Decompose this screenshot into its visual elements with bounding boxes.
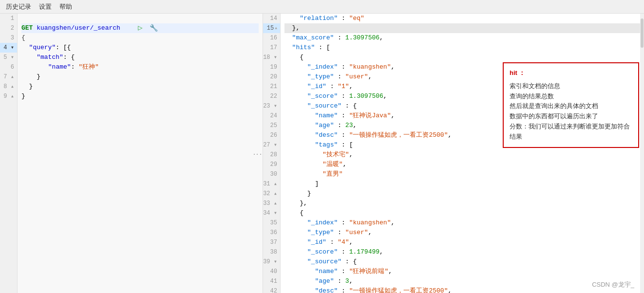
- rln-27: 27 ▾: [263, 140, 280, 150]
- rln-33: 33 ▴: [263, 199, 280, 208]
- menu-help[interactable]: 帮助: [59, 2, 72, 11]
- rln-22: 22: [263, 92, 280, 101]
- rln-35: 35: [263, 218, 280, 228]
- brace-open-3: {: [21, 33, 25, 43]
- right-scrollbar[interactable]: [640, 14, 644, 293]
- line-num-4: 4 ▾: [0, 43, 17, 53]
- code-line-2: GET kuangshen/user/_search ▷ 🔧: [21, 23, 259, 33]
- rln-36: 36: [263, 228, 280, 238]
- rcode-34: {: [284, 208, 640, 218]
- rcode-29: "温暖",: [284, 160, 640, 169]
- rcode-36: "_type" : "user",: [284, 228, 640, 238]
- rcode-33: },: [284, 199, 640, 208]
- menu-history[interactable]: 历史记录: [6, 2, 31, 11]
- query-key: "query": [29, 43, 56, 53]
- rln-25: 25: [263, 121, 280, 130]
- rcode-40: "name" : "狂神说前端",: [284, 267, 640, 276]
- rln-26: 26: [263, 130, 280, 140]
- url-text: kuangshen/user/_search: [37, 23, 120, 33]
- line-num-2: 2: [0, 23, 17, 33]
- rcode-28: "技术宅",: [284, 150, 640, 160]
- left-code-content[interactable]: GET kuangshen/user/_search ▷ 🔧 {: [18, 14, 263, 293]
- code-line-1: [21, 14, 259, 23]
- rln-30: 30: [263, 169, 280, 179]
- rln-37: 37: [263, 238, 280, 247]
- match-key: "match": [37, 53, 63, 62]
- name-value: "狂神": [78, 62, 99, 72]
- rcode-38: "_score" : 1.179499,: [284, 247, 640, 257]
- annotation-box: hit ： 索引和文档的信息 查询的结果总数 然后就是查询出来的具体的文档 数据…: [503, 62, 639, 148]
- right-code-area[interactable]: 14 15 16 17 18 ▾ 19 20 21 22 23 ▾ 24 25 …: [263, 14, 644, 293]
- rcode-37: "_id" : "4",: [284, 238, 640, 247]
- main-container: ✕ 1 2 3 4 ▾ 5 ▾ 6 7 ▴ 8 ▴ 9 ▴: [0, 14, 644, 293]
- rln-34: 34 ▾: [263, 208, 280, 218]
- name-key: "name": [48, 62, 71, 72]
- annotation-item-0: 索引和文档的信息: [510, 81, 632, 92]
- code-line-6: "name" : "狂神": [21, 62, 259, 72]
- rln-21: 21: [263, 82, 280, 92]
- run-icon[interactable]: ▷: [135, 23, 146, 34]
- right-scrollbar-thumb[interactable]: [641, 18, 644, 48]
- rln-24: 24: [263, 111, 280, 121]
- line-num-1: 1: [0, 14, 17, 23]
- rcode-16: "max_score" : 1.3097506,: [284, 33, 640, 43]
- rln-32: 32 ▴: [263, 189, 280, 199]
- code-line-5: "match" : {: [21, 53, 259, 62]
- right-panel: 14 15 16 17 18 ▾ 19 20 21 22 23 ▾ 24 25 …: [263, 14, 644, 293]
- left-panel: ✕ 1 2 3 4 ▾ 5 ▾ 6 7 ▴ 8 ▴ 9 ▴: [0, 14, 263, 293]
- annotation-item-1: 查询的结果总数: [510, 92, 632, 102]
- rln-38: 38: [263, 247, 280, 257]
- rcode-15: },: [284, 23, 640, 33]
- rln-41: 41: [263, 276, 280, 286]
- right-line-numbers: 14 15 16 17 18 ▾ 19 20 21 22 23 ▾ 24 25 …: [263, 14, 281, 293]
- rcode-39: "_source" : {: [284, 257, 640, 267]
- rcode-32: }: [284, 189, 640, 199]
- code-line-9: }: [21, 92, 259, 101]
- code-editor: 1 2 3 4 ▾ 5 ▾ 6 7 ▴ 8 ▴ 9 ▴ GET: [0, 14, 263, 293]
- left-line-numbers: 1 2 3 4 ▾ 5 ▾ 6 7 ▴ 8 ▴ 9 ▴: [0, 14, 18, 293]
- rln-18: 18 ▾: [263, 53, 280, 62]
- rln-17: 17: [263, 43, 280, 53]
- line-num-5: 5 ▾: [0, 53, 17, 62]
- line-num-7: 7 ▴: [0, 72, 17, 82]
- rln-14: 14: [263, 14, 280, 23]
- rcode-42: "desc" : "一顿操作猛如虎，一看工资2500",: [284, 286, 640, 293]
- code-line-7: }: [21, 72, 259, 82]
- rln-23: 23 ▾: [263, 101, 280, 111]
- menubar: 历史记录 设置 帮助: [0, 0, 644, 14]
- rcode-41: "age" : 3,: [284, 276, 640, 286]
- watermark: CSDN @龙宇_: [592, 280, 634, 289]
- rcode-30: "直男": [284, 169, 640, 179]
- menu-settings[interactable]: 设置: [39, 2, 52, 11]
- drag-handle-icon[interactable]: ⋮: [252, 150, 263, 157]
- annotation-item-2: 然后就是查询出来的具体的文档: [510, 101, 632, 111]
- annotation-item-3: 数据中的东西都可以遍历出来了: [510, 111, 632, 122]
- rln-31: 31 ▴: [263, 179, 280, 189]
- rcode-31: ]: [284, 179, 640, 189]
- rln-42: 42: [263, 286, 280, 293]
- rln-16: 16: [263, 33, 280, 43]
- rln-29: 29: [263, 160, 280, 169]
- rln-40: 40: [263, 267, 280, 276]
- rln-15: 15: [263, 23, 280, 33]
- code-line-4: "query" : [{: [21, 43, 259, 53]
- line-num-6: 6: [0, 62, 17, 72]
- rcode-18: {: [284, 53, 640, 62]
- method-get: GET: [21, 23, 33, 33]
- line-num-8: 8 ▴: [0, 82, 17, 92]
- annotation-item-4: 分数：我们可以通过来判断谁更加更加符合结果: [510, 122, 632, 142]
- rcode-14: "relation" : "eq": [284, 14, 640, 23]
- code-line-3: {: [21, 33, 259, 43]
- code-line-8: }: [21, 82, 259, 92]
- rln-39: 39 ▾: [263, 257, 280, 267]
- right-code-content: "relation" : "eq" }, "max_score" : 1.309…: [281, 14, 644, 293]
- rln-20: 20: [263, 72, 280, 82]
- wrench-icon[interactable]: 🔧: [149, 23, 159, 34]
- rcode-17: "hits" : [: [284, 43, 640, 53]
- line-num-3: 3: [0, 33, 17, 43]
- rln-28: 28: [263, 150, 280, 160]
- line-num-9: 9 ▴: [0, 92, 17, 101]
- editor-area: 1 2 3 4 ▾ 5 ▾ 6 7 ▴ 8 ▴ 9 ▴ GET: [0, 14, 263, 293]
- annotation-title: hit ：: [510, 68, 632, 78]
- rln-19: 19: [263, 62, 280, 72]
